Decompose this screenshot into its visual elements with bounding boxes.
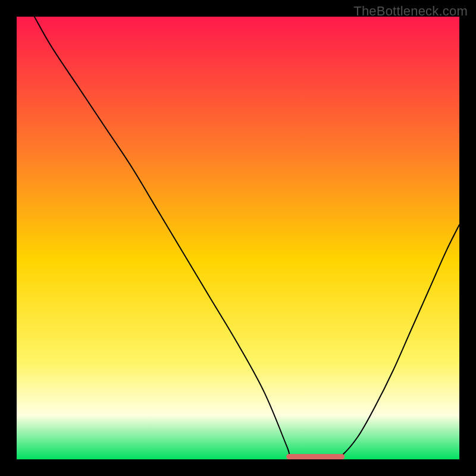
chart-container: TheBottleneck.com (0, 0, 476, 476)
plot-area (17, 17, 459, 459)
bottleneck-curve-svg (17, 17, 459, 459)
svg-rect-0 (17, 17, 459, 459)
